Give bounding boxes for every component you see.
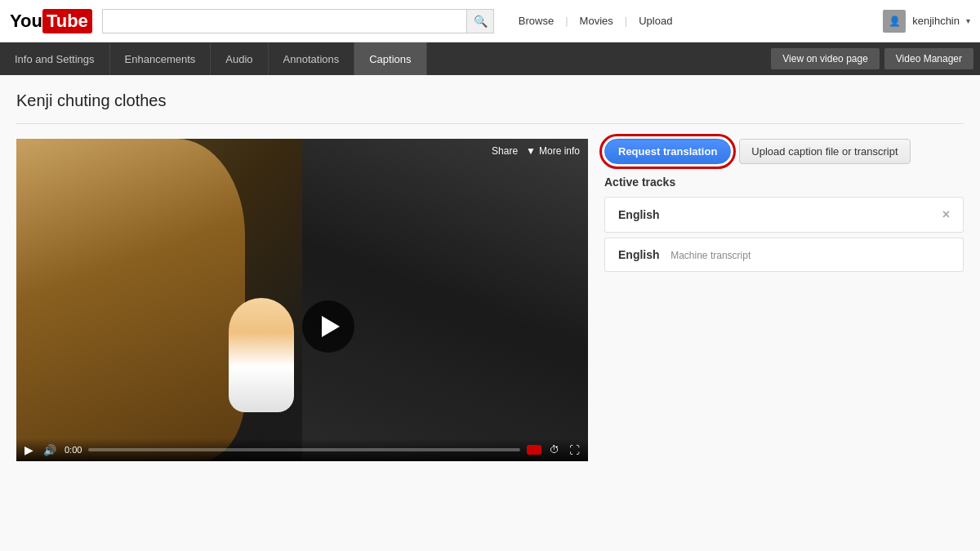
scene-bg1 [16,139,245,461]
tab-captions[interactable]: Captions [354,42,426,75]
request-translation-button[interactable]: Request translation [604,139,731,164]
main-content: Kenji chuting clothes Share ▼ More info [0,75,980,478]
volume-button[interactable]: 🔊 [42,444,58,456]
active-tracks-heading: Active tracks [604,176,964,189]
progress-bar[interactable] [88,448,520,451]
user-dropdown-arrow[interactable]: ▾ [966,16,970,25]
browse-link[interactable]: Browse [510,15,562,27]
track-item[interactable]: English × [604,197,964,233]
track-item[interactable]: English Machine transcript [604,238,964,272]
tab-annotations[interactable]: Annotations [269,42,355,75]
avatar: 👤 [883,10,906,33]
sep2: | [625,15,627,27]
video-overlay-top: Share ▼ More info [16,139,588,163]
scene-figure [229,298,294,412]
clock-icon[interactable]: ⏱ [548,444,561,455]
share-label[interactable]: Share [492,145,518,157]
upload-link[interactable]: Upload [630,15,680,27]
video-panel: Share ▼ More info ▶ 🔊 0:00 [16,139,964,461]
video-title: Kenji chuting clothes [16,91,964,110]
top-nav-links: Browse | Movies | Upload [510,15,681,27]
user-area: 👤 kenjihchin ▾ [883,10,970,33]
caption-indicator [527,445,541,455]
upload-caption-button[interactable]: Upload caption file or transcript [739,139,910,164]
more-info-label[interactable]: ▼ More info [526,145,580,157]
divider [16,123,964,124]
track-name-2: English Machine transcript [618,248,751,261]
logo-you: You [10,11,42,32]
track-name-text-1: English [618,208,660,221]
sep1: | [565,15,568,27]
logo-tube: Tube [42,9,92,33]
tab-audio[interactable]: Audio [211,42,268,75]
logo: YouTube [10,9,92,33]
fullscreen-button[interactable]: ⛶ [568,444,581,456]
search-input[interactable] [102,9,466,33]
username: kenjihchin [912,15,960,27]
track-name-text-2: English [618,248,660,261]
captions-panel: Request translation Upload caption file … [604,139,964,277]
top-nav: YouTube 🔍 Browse | Movies | Upload 👤 ken… [0,0,980,42]
tab-info[interactable]: Info and Settings [0,42,110,75]
play-pause-button[interactable]: ▶ [23,443,35,456]
more-info-text: More info [539,145,580,157]
captions-actions: Request translation Upload caption file … [604,139,964,164]
track-name-1: English [618,208,660,221]
video-container: Share ▼ More info ▶ 🔊 0:00 [16,139,588,461]
video-wrapper: Share ▼ More info ▶ 🔊 0:00 [16,139,588,461]
track-close-button-1[interactable]: × [942,207,950,222]
video-thumbnail [16,139,588,461]
tab-actions: View on video page Video Manager [771,42,980,75]
movies-link[interactable]: Movies [572,15,621,27]
search-button[interactable]: 🔍 [466,9,494,33]
time-display: 0:00 [65,445,82,455]
search-bar: 🔍 [102,9,494,33]
more-info-arrow: ▼ [526,145,536,157]
track-subtitle-2: Machine transcript [670,250,751,261]
video-manager-button[interactable]: Video Manager [884,48,973,69]
tab-enhancements[interactable]: Enhancements [110,42,212,75]
play-button[interactable] [302,300,354,353]
view-on-video-page-button[interactable]: View on video page [771,48,880,69]
tab-bar: Info and Settings Enhancements Audio Ann… [0,42,980,75]
video-controls: ▶ 🔊 0:00 ⏱ ⛶ [16,438,588,461]
scene-bg2 [302,139,588,461]
